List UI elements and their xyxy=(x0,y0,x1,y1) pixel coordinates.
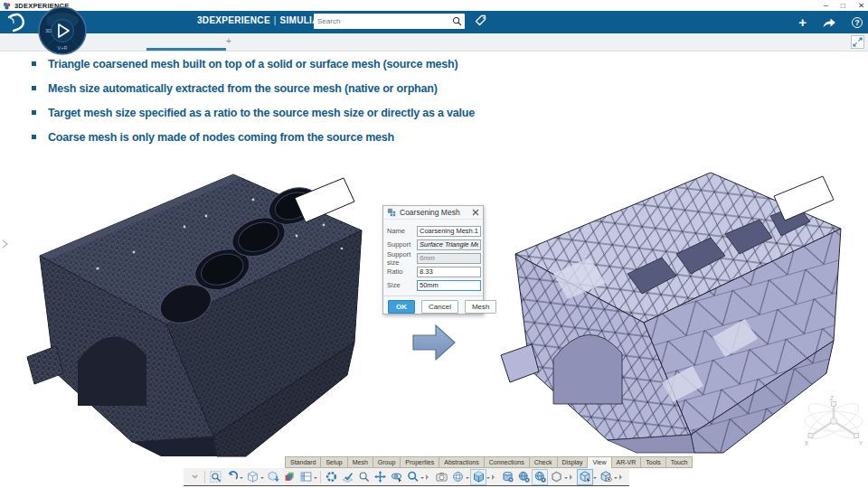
magnifier-icon xyxy=(358,471,370,483)
size-input[interactable] xyxy=(417,280,481,291)
dropdown-caret-icon[interactable] xyxy=(593,477,597,481)
cube-eye-button[interactable] xyxy=(598,469,614,485)
maximize-button[interactable]: □ xyxy=(841,0,845,11)
wire-sphere-button[interactable] xyxy=(449,469,466,485)
export-cube-button[interactable] xyxy=(265,469,281,485)
transition-arrow xyxy=(412,324,456,363)
ribbon-tab-ar-vr[interactable]: AR-VR xyxy=(611,456,642,468)
ribbon-tab-abstractions[interactable]: Abstractions xyxy=(439,456,485,468)
table-view-icon xyxy=(300,471,312,483)
shaded-cube-button[interactable] xyxy=(470,469,486,485)
ratio-field-row: Ratio xyxy=(383,265,483,278)
wire-sphere-icon xyxy=(452,471,464,483)
3d-compass[interactable]: 3D V+R xyxy=(38,6,87,55)
magnifier-button[interactable] xyxy=(355,469,372,485)
dropdown-caret-icon[interactable] xyxy=(466,477,469,481)
globe-gear-2-button[interactable] xyxy=(532,469,548,485)
new-tab-button[interactable]: + xyxy=(226,36,231,46)
ribbon-tab-connections[interactable]: Connections xyxy=(484,456,530,468)
nut-button[interactable] xyxy=(548,469,564,485)
camera-button[interactable] xyxy=(433,469,449,485)
dropdown-caret-icon[interactable] xyxy=(564,477,568,481)
camera-icon xyxy=(436,471,448,483)
add-content-button[interactable]: + xyxy=(798,15,807,29)
close-icon[interactable] xyxy=(472,209,479,216)
globe-gear-icon xyxy=(518,471,530,483)
minimize-button[interactable]: – xyxy=(824,0,828,11)
ribbon-tab-display[interactable]: Display xyxy=(557,456,589,468)
undo-button[interactable] xyxy=(223,469,240,485)
panel-expand-chevron[interactable] xyxy=(1,239,9,249)
view-axis-triad[interactable]: Z X Y xyxy=(800,394,868,446)
dropdown-caret-icon[interactable] xyxy=(240,477,243,481)
name-label: Name xyxy=(387,227,417,235)
ribbon-tab-view[interactable]: View xyxy=(587,456,611,468)
close-button[interactable]: ✕ xyxy=(858,0,864,11)
tag-icon[interactable] xyxy=(474,14,488,28)
gear-ring-button[interactable] xyxy=(323,469,339,485)
overflow-arrow-icon[interactable] xyxy=(492,474,497,480)
overflow-arrow-icon[interactable] xyxy=(619,474,625,480)
support-input[interactable] xyxy=(417,239,481,250)
ratio-label: Ratio xyxy=(387,267,417,276)
ribbon-tab-group[interactable]: Group xyxy=(373,456,401,468)
dropdown-caret-icon[interactable] xyxy=(314,477,317,481)
application-window: 3DEXPERIENCE –□✕ 3D V+R 3DEXPERIENCE|SIM… xyxy=(0,0,868,488)
ribbon-tab-touch[interactable]: Touch xyxy=(665,456,693,468)
dropdown-caret-icon[interactable] xyxy=(260,477,264,481)
mesh-button[interactable]: Mesh xyxy=(465,300,497,314)
search-q-icon xyxy=(407,471,419,483)
view-cube-icon xyxy=(247,471,259,483)
ribbon-tab-mesh[interactable]: Mesh xyxy=(347,456,373,468)
table-view-button[interactable] xyxy=(297,469,314,485)
check-plane-button[interactable] xyxy=(339,469,355,485)
overflow-arrow-icon[interactable] xyxy=(570,474,575,480)
ribbon-tab-properties[interactable]: Properties xyxy=(400,456,439,468)
cancel-button[interactable]: Cancel xyxy=(421,300,458,314)
ribbon-tab-check[interactable]: Check xyxy=(529,456,558,468)
zoom-area-button[interactable] xyxy=(207,469,223,485)
pan-button[interactable] xyxy=(372,469,388,485)
dialog-titlebar[interactable]: Coarsening Mesh xyxy=(383,206,483,220)
dassault-3ds-logo-icon[interactable] xyxy=(5,13,27,33)
svg-text:X: X xyxy=(805,441,808,446)
coarsening-mesh-icon xyxy=(387,208,396,217)
collapse-chevron-button[interactable] xyxy=(186,469,203,485)
dropdown-caret-icon[interactable] xyxy=(486,477,490,481)
ribbon-tab-setup[interactable]: Setup xyxy=(320,456,347,468)
dropdown-caret-icon[interactable] xyxy=(614,477,618,481)
name-input[interactable] xyxy=(417,226,481,237)
cylinder-gear-button[interactable] xyxy=(499,469,515,485)
ribbon-tab-tools[interactable]: Tools xyxy=(640,456,665,468)
ok-button[interactable]: OK xyxy=(388,300,415,314)
cube-cursor-button[interactable] xyxy=(577,469,593,485)
globe-gear-button[interactable] xyxy=(515,469,532,485)
bullet-item: Target mesh size specified as a ratio to… xyxy=(32,106,665,122)
bullet-square-icon xyxy=(32,61,36,66)
bullet-item: Coarse mesh is only made of nodes coming… xyxy=(32,130,665,146)
bullet-text: Mesh size automatically extracted from t… xyxy=(48,81,438,98)
share-icon[interactable] xyxy=(822,16,836,28)
view-cube-button[interactable] xyxy=(244,469,260,485)
dropdown-caret-icon[interactable] xyxy=(420,477,424,481)
dialog-buttons: OK Cancel Mesh xyxy=(383,296,483,314)
dense-source-mesh-model[interactable] xyxy=(25,169,376,458)
cylinder-gear-icon xyxy=(502,471,514,483)
fit-to-screen-button[interactable] xyxy=(851,35,864,49)
nut-icon xyxy=(551,471,562,483)
size-label: Size xyxy=(387,281,417,289)
help-button[interactable]: ? xyxy=(852,17,863,28)
ratio-input[interactable] xyxy=(417,267,481,277)
active-document-tab[interactable] xyxy=(146,48,226,51)
search-icon[interactable] xyxy=(452,16,462,26)
document-tabstrip: + xyxy=(0,33,868,52)
rgb-cube-button[interactable] xyxy=(281,469,297,485)
orbit-button[interactable] xyxy=(388,469,404,485)
search-input[interactable] xyxy=(314,17,452,25)
overflow-arrow-icon[interactable] xyxy=(426,474,431,480)
ribbon-tab-standard[interactable]: Standard xyxy=(285,456,321,468)
search-box[interactable] xyxy=(314,14,465,29)
search-q-button[interactable] xyxy=(404,469,420,485)
gear-ring-icon xyxy=(326,471,337,483)
support-size-input xyxy=(417,253,481,264)
